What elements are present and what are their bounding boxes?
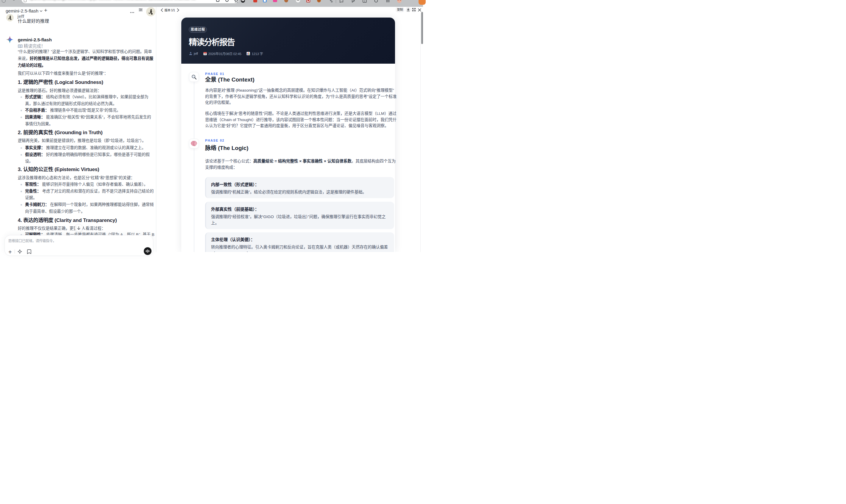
svg-text:17: 17	[204, 53, 206, 55]
